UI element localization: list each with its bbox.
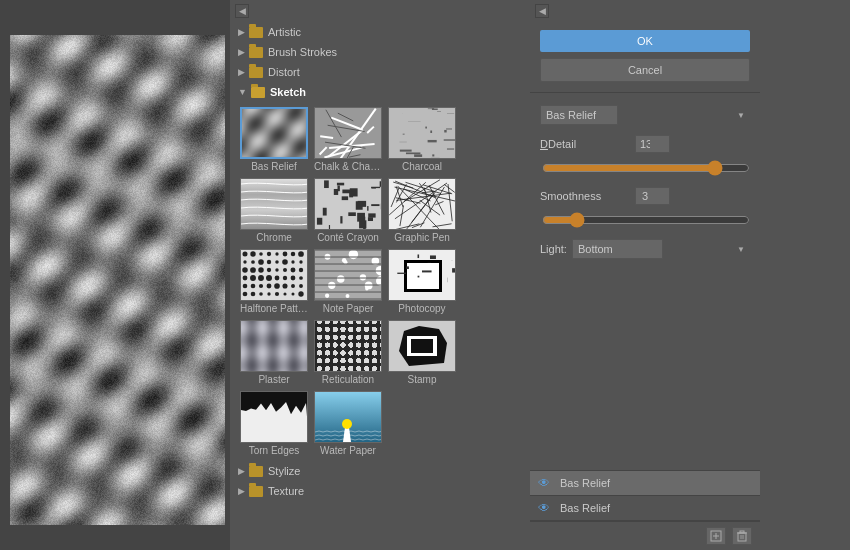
arrow-brush-strokes: ▶ — [238, 47, 245, 57]
layer-item-2[interactable]: 👁 Bas Relief — [530, 496, 760, 521]
folder-brush-strokes — [249, 47, 263, 58]
filter-item-graphic-pen[interactable]: Graphic Pen — [388, 178, 456, 243]
label-stylize: Stylize — [268, 465, 300, 477]
filter-select-wrapper: Bas Relief — [540, 105, 750, 125]
ok-button[interactable]: OK — [540, 30, 750, 52]
filter-item-conte-crayon[interactable]: Conté Crayon — [314, 178, 382, 243]
filter-item-stamp[interactable]: Stamp — [388, 320, 456, 385]
label-texture: Texture — [268, 485, 304, 497]
action-buttons: OK Cancel — [530, 22, 760, 90]
category-sketch[interactable]: ▼ Sketch — [230, 82, 530, 102]
label-sketch: Sketch — [270, 86, 306, 98]
thumb-torn-edges — [240, 391, 308, 443]
new-layer-icon — [710, 530, 722, 542]
arrow-texture: ▶ — [238, 486, 245, 496]
label-brush-strokes: Brush Strokes — [268, 46, 337, 58]
label-graphic-pen: Graphic Pen — [388, 232, 456, 243]
smoothness-param-row: Smoothness — [540, 187, 750, 205]
thumb-water-paper — [314, 391, 382, 443]
detail-label: DDetail — [540, 138, 630, 150]
filter-item-chrome[interactable]: Chrome — [240, 178, 308, 243]
light-select-wrapper: Bottom Top Top Left Top Right Left Right… — [572, 239, 750, 259]
layer-item-1[interactable]: 👁 Bas Relief — [530, 471, 760, 496]
label-note-paper: Note Paper — [314, 303, 382, 314]
detail-value[interactable] — [635, 135, 670, 153]
eye-icon-2[interactable]: 👁 — [538, 501, 554, 515]
filter-item-reticulation[interactable]: Reticulation — [314, 320, 382, 385]
detail-slider[interactable] — [542, 161, 750, 175]
smoothness-label: Smoothness — [540, 190, 630, 202]
thumb-chrome — [240, 178, 308, 230]
label-halftone-pattern: Halftone Pattern — [240, 303, 308, 314]
settings-collapse-icon[interactable]: ◀ — [535, 4, 549, 18]
thumb-halftone-pattern — [240, 249, 308, 301]
thumb-stamp — [388, 320, 456, 372]
settings-panel: ◀ OK Cancel Bas Relief DDetail — [530, 0, 760, 550]
label-conte-crayon: Conté Crayon — [314, 232, 382, 243]
arrow-stylize: ▶ — [238, 466, 245, 476]
preview-canvas — [10, 35, 225, 525]
thumb-charcoal — [388, 107, 456, 159]
filter-item-charcoal[interactable]: Charcoal — [388, 107, 456, 172]
filter-item-note-paper[interactable]: Note Paper — [314, 249, 382, 314]
light-select[interactable]: Bottom Top Top Left Top Right Left Right… — [572, 239, 663, 259]
category-distort[interactable]: ▶ Distort — [230, 62, 530, 82]
label-artistic: Artistic — [268, 26, 301, 38]
light-row: Light: Bottom Top Top Left Top Right Lef… — [540, 239, 750, 259]
smoothness-slider-container — [540, 213, 750, 229]
preview-image — [10, 35, 225, 525]
cancel-button[interactable]: Cancel — [540, 58, 750, 82]
layers-toolbar — [530, 521, 760, 550]
filter-item-torn-edges[interactable]: Torn Edges — [240, 391, 308, 456]
panel-collapse-icon[interactable]: ◀ — [235, 4, 249, 18]
category-brush-strokes[interactable]: ▶ Brush Strokes — [230, 42, 530, 62]
smoothness-value[interactable] — [635, 187, 670, 205]
filter-controls: Bas Relief DDetail Smoothness Light: — [530, 95, 760, 293]
smoothness-slider[interactable] — [542, 213, 750, 227]
label-chrome: Chrome — [240, 232, 308, 243]
filter-item-halftone-pattern[interactable]: Halftone Pattern — [240, 249, 308, 314]
label-stamp: Stamp — [388, 374, 456, 385]
filter-item-plaster[interactable]: Plaster — [240, 320, 308, 385]
new-effect-button[interactable] — [706, 527, 726, 545]
filter-select-row: Bas Relief — [540, 105, 750, 125]
thumb-bas-relief — [240, 107, 308, 159]
label-chalk-charcoal: Chalk & Charcoal — [314, 161, 382, 172]
arrow-sketch: ▼ — [238, 87, 247, 97]
layers-panel: 👁 Bas Relief 👁 Bas Relief — [530, 470, 760, 550]
label-distort: Distort — [268, 66, 300, 78]
filter-item-chalk-charcoal[interactable]: Chalk & Charcoal — [314, 107, 382, 172]
detail-slider-container — [540, 161, 750, 177]
thumb-plaster — [240, 320, 308, 372]
thumb-chalk-charcoal — [314, 107, 382, 159]
label-photocopy: Photocopy — [388, 303, 456, 314]
layer-name-2: Bas Relief — [560, 502, 610, 514]
category-stylize[interactable]: ▶ Stylize — [230, 461, 530, 481]
arrow-distort: ▶ — [238, 67, 245, 77]
thumb-reticulation — [314, 320, 382, 372]
filter-item-bas-relief[interactable]: Bas Relief — [240, 107, 308, 172]
label-bas-relief: Bas Relief — [240, 161, 308, 172]
layer-name-1: Bas Relief — [560, 477, 610, 489]
label-charcoal: Charcoal — [388, 161, 456, 172]
svg-rect-5 — [740, 531, 744, 533]
filter-gallery-panel: ◀ ▶ Artistic ▶ Brush Strokes ▶ Distort ▼… — [230, 0, 530, 550]
eye-icon-1[interactable]: 👁 — [538, 476, 554, 490]
thumb-graphic-pen — [388, 178, 456, 230]
label-water-paper: Water Paper — [314, 445, 382, 456]
category-texture[interactable]: ▶ Texture — [230, 481, 530, 501]
folder-distort — [249, 67, 263, 78]
folder-texture — [249, 486, 263, 497]
thumb-conte-crayon — [314, 178, 382, 230]
sketch-filter-grid: Bas Relief Chalk & Charcoal Charcoal Chr… — [230, 102, 530, 461]
category-artistic[interactable]: ▶ Artistic — [230, 22, 530, 42]
delete-layer-button[interactable] — [732, 527, 752, 545]
thumb-photocopy — [388, 249, 456, 301]
trash-icon — [736, 530, 748, 542]
filter-select[interactable]: Bas Relief — [540, 105, 618, 125]
svg-rect-3 — [738, 533, 746, 541]
filter-item-water-paper[interactable]: Water Paper — [314, 391, 382, 456]
light-label: Light: — [540, 243, 567, 255]
filter-item-photocopy[interactable]: Photocopy — [388, 249, 456, 314]
folder-stylize — [249, 466, 263, 477]
